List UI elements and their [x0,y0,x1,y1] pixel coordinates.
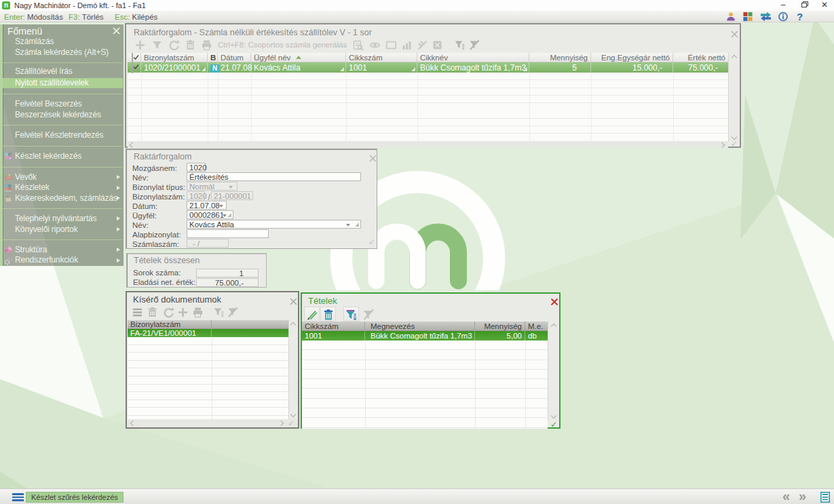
add-icon[interactable] [177,307,189,318]
sidebar-item-nyitott-szallitolevelek[interactable]: Nyitott szállítólevelek [3,78,123,89]
scroll-down-icon[interactable] [290,412,296,417]
mozgasnem-input[interactable]: 1020 [187,163,206,172]
row-checkbox-checked[interactable] [132,62,133,73]
scroll-up-icon[interactable] [551,324,556,329]
filter-set-button[interactable] [343,307,359,322]
next-task-icon[interactable]: » [799,488,806,504]
header-bizonylatszam[interactable]: Bizonylatszám [128,320,212,328]
sidebar-item-szamla-lekerdezes[interactable]: Számla lekérdezés (Alt+S) [3,47,123,58]
header-me[interactable]: M.e. [525,322,548,330]
header-cikkszam[interactable]: Cikkszám [302,322,365,330]
selected-item-row[interactable]: 1001 Bükk Csomagolt tűzifa 1,7m3 5,00 db [302,331,548,341]
shortcut-esc[interactable]: Esc: Kilépés [115,13,157,22]
header-cikknev[interactable]: Cikknév [417,53,529,62]
confirm-icon[interactable]: ✓ [288,419,295,428]
selected-document-row[interactable]: 1020/21000001 N 21.07.08 Kovács Attila 1… [128,62,728,73]
bizonylatszam-input[interactable]: 21-000001 [211,191,253,200]
header-datum[interactable]: Dátum [218,53,251,62]
confirm-icon[interactable]: ✓ [368,237,375,247]
scroll-right-icon[interactable] [719,142,725,148]
menu-icon[interactable] [132,307,143,318]
scroll-down-icon[interactable] [551,413,556,419]
print-icon[interactable] [192,307,204,318]
previous-task-icon[interactable]: « [782,488,790,504]
datum-input[interactable]: 21.07.08 [187,201,227,210]
horizontal-scrollbar[interactable]: ✓ [128,419,298,427]
taskbar-menu-icon[interactable] [12,493,24,501]
open-task-button[interactable]: Készlet szűrés lekérdezés [26,492,124,503]
print-icon[interactable] [201,39,212,51]
transfer-arrows-icon[interactable] [759,12,772,22]
header-megnevezes[interactable]: Megnevezés [365,322,475,330]
header-bizonylatszam[interactable]: Bizonylatszám [141,53,208,62]
info-icon[interactable] [778,12,789,22]
filter-clear-icon[interactable] [469,39,480,51]
filter-icon[interactable] [151,39,163,51]
sidebar-item-vevok[interactable]: Vevők [3,172,123,183]
selected-document-row[interactable]: FA-21/VE1/000001 [128,329,288,337]
header-cikkszam[interactable]: Cikkszám [346,53,417,62]
nev-input[interactable]: Értékesítés [187,172,361,181]
filter-clear-icon[interactable] [227,307,239,318]
select-region-icon[interactable] [385,39,397,51]
shortcut-enter[interactable]: Enter: Módosítás [4,13,63,22]
sidebar-item-beszerzesek-lekerdezes[interactable]: Beszerzések lekérdezés [3,110,123,121]
ugyfel-nev-input[interactable]: Kovács Attila [187,220,361,229]
bizonylat-tipus-select[interactable]: Normál [187,182,238,191]
refresh-icon[interactable] [168,39,180,51]
restore-button[interactable] [797,0,812,10]
delete-icon[interactable] [147,307,158,318]
sidebar-item-szallitolevel-iras[interactable]: Szállítólevél írás [3,66,123,77]
refresh-icon[interactable] [163,307,174,318]
help-icon[interactable]: ? [797,11,808,21]
horizontal-scrollbar[interactable] [128,142,728,148]
more-actions[interactable]: ... [338,39,347,49]
user-icon[interactable] [725,12,736,22]
header-b[interactable]: B [208,53,218,62]
close-button[interactable]: ✕ [817,0,832,10]
header-empty[interactable] [212,320,288,328]
modules-grid-icon[interactable] [742,12,753,22]
scroll-right-icon[interactable] [278,421,284,426]
sidebar-item-keszlet-lekerdezes[interactable]: Készlet lekérdezés [3,151,123,162]
preview-icon[interactable] [369,39,381,51]
report-icon[interactable] [352,39,364,51]
filter-set-icon[interactable] [454,39,466,51]
szamlaszam-input[interactable]: - / [187,239,229,248]
tools-disabled-icon[interactable] [417,39,428,51]
sidebar-item-szamlazas[interactable]: Számlázás [3,37,123,47]
chart-icon[interactable] [401,39,413,51]
minimize-button[interactable]: – [776,0,791,10]
excel-export-icon[interactable] [432,39,443,51]
filter-set-icon[interactable] [213,307,225,318]
confirm-icon[interactable]: ✓ [550,420,557,429]
sidebar-item-struktura[interactable]: Struktúra [3,245,123,256]
scroll-up-icon[interactable] [732,55,737,60]
header-select-all[interactable] [128,53,141,62]
checkbox-checked-icon[interactable] [132,53,133,62]
close-icon[interactable] [550,296,558,304]
delete-button[interactable] [320,307,336,322]
header-mennyiseg[interactable]: Mennyiség [475,322,525,330]
sidebar-item-rendszerfunkciok[interactable]: Rendszerfunkciók [3,255,123,266]
scroll-left-icon[interactable] [130,142,135,148]
close-icon[interactable] [369,153,377,160]
scroll-left-icon[interactable] [130,421,136,426]
edit-button[interactable] [304,307,320,322]
task-list-icon[interactable] [820,492,830,503]
sidebar-item-telephelyi-nyilvantartas[interactable]: Telephelyi nyilvántartás [3,214,123,225]
header-mennyiseg[interactable]: Mennyiség [529,53,591,62]
header-ertek-netto[interactable]: Érték nettó [673,53,728,62]
close-icon[interactable] [731,28,738,36]
vertical-scrollbar[interactable] [728,53,740,142]
main-menu-close-icon[interactable] [113,27,120,35]
ugyfel-input[interactable]: 00002861 [187,210,233,219]
close-icon[interactable] [290,296,297,303]
sidebar-item-felvetel-keszletrendezes[interactable]: Felvétel Készletrendezés [3,130,123,141]
vertical-scrollbar[interactable] [548,322,559,421]
bizonylatszam-prefix-input[interactable]: 1020 [187,191,205,200]
sidebar-item-kiskereskedelem[interactable]: Kiskereskedelem, számlázás [3,193,123,204]
delete-icon[interactable] [185,39,196,51]
alapbizonylat-input[interactable] [187,229,269,238]
sidebar-item-felvetel-beszerzes[interactable]: Felvétel Beszerzés [3,99,123,110]
